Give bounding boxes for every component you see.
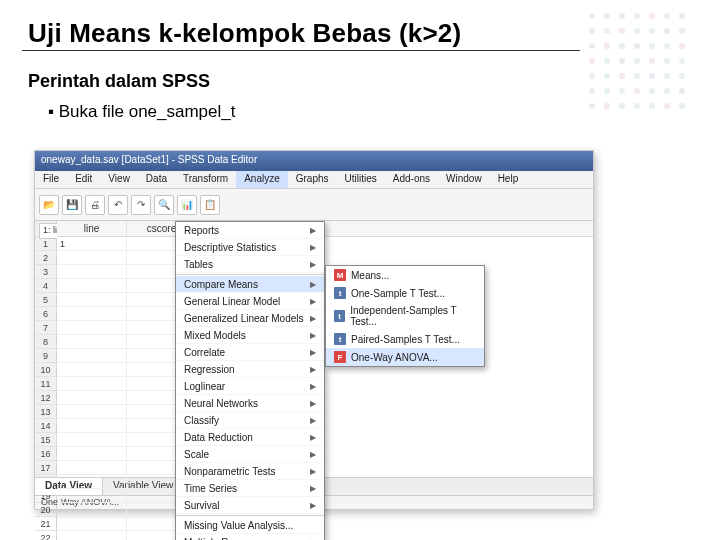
svg-point-37: [619, 88, 625, 94]
menu-add-ons[interactable]: Add-ons: [385, 171, 438, 188]
submenu-item-means-[interactable]: MMeans...: [326, 266, 484, 284]
row-number[interactable]: 15: [35, 433, 57, 447]
menu-view[interactable]: View: [100, 171, 138, 188]
cell[interactable]: [57, 419, 127, 433]
svg-point-44: [619, 103, 625, 109]
cell[interactable]: [57, 363, 127, 377]
menu-analyze[interactable]: Analyze: [236, 171, 288, 188]
analyze-item-reports[interactable]: Reports▶: [176, 222, 324, 239]
menu-file[interactable]: File: [35, 171, 67, 188]
row-number[interactable]: 13: [35, 405, 57, 419]
row-number[interactable]: 22: [35, 531, 57, 540]
toolbar-find-icon[interactable]: 🔍: [154, 195, 174, 215]
column-header-line[interactable]: line: [57, 221, 127, 236]
toolbar-print-icon[interactable]: 🖨: [85, 195, 105, 215]
row-number[interactable]: 7: [35, 321, 57, 335]
menu-window[interactable]: Window: [438, 171, 490, 188]
cell[interactable]: [57, 391, 127, 405]
analyze-item-classify[interactable]: Classify▶: [176, 412, 324, 429]
row-number[interactable]: 8: [35, 335, 57, 349]
analyze-item-neural-networks[interactable]: Neural Networks▶: [176, 395, 324, 412]
analyze-item-general-linear-model[interactable]: General Linear Model▶: [176, 293, 324, 310]
row-number[interactable]: 2: [35, 251, 57, 265]
cell[interactable]: [57, 433, 127, 447]
cell[interactable]: [57, 321, 127, 335]
cell[interactable]: [57, 279, 127, 293]
row-number[interactable]: 9: [35, 349, 57, 363]
svg-point-17: [634, 43, 640, 49]
svg-point-7: [589, 28, 595, 34]
submenu-arrow-icon: ▶: [310, 226, 316, 235]
toolbar-undo-icon[interactable]: ↶: [108, 195, 128, 215]
analyze-item-time-series[interactable]: Time Series▶: [176, 480, 324, 497]
row-number[interactable]: 5: [35, 293, 57, 307]
compare-means-submenu: MMeans...tOne-Sample T Test...tIndepende…: [325, 265, 485, 367]
menu-transform[interactable]: Transform: [175, 171, 236, 188]
row-number[interactable]: 3: [35, 265, 57, 279]
submenu-item-independent-samples-t-test-[interactable]: tIndependent-Samples T Test...: [326, 302, 484, 330]
svg-point-45: [634, 103, 640, 109]
analyze-item-nonparametric-tests[interactable]: Nonparametric Tests▶: [176, 463, 324, 480]
cell[interactable]: [57, 293, 127, 307]
analyze-item-loglinear[interactable]: Loglinear▶: [176, 378, 324, 395]
cell[interactable]: [57, 503, 127, 517]
cell[interactable]: [57, 251, 127, 265]
menu-utilities[interactable]: Utilities: [337, 171, 385, 188]
toolbar-open-icon[interactable]: 📂: [39, 195, 59, 215]
cell[interactable]: [57, 349, 127, 363]
analyze-item-scale[interactable]: Scale▶: [176, 446, 324, 463]
analyze-item-multiple-response[interactable]: Multiple Response▶: [176, 534, 324, 540]
toolbar-redo-icon[interactable]: ↷: [131, 195, 151, 215]
row-number[interactable]: 12: [35, 391, 57, 405]
analyze-item-mixed-models[interactable]: Mixed Models▶: [176, 327, 324, 344]
submenu-arrow-icon: ▶: [310, 314, 316, 323]
data-grid[interactable]: linecscore 1 Reports▶Descriptive Statist…: [57, 221, 593, 477]
row-number[interactable]: 10: [35, 363, 57, 377]
analyze-item-survival[interactable]: Survival▶: [176, 497, 324, 514]
submenu-arrow-icon: ▶: [310, 484, 316, 493]
analyze-item-missing-value-analysis-[interactable]: Missing Value Analysis...: [176, 517, 324, 534]
cell[interactable]: [57, 461, 127, 475]
cell[interactable]: [57, 335, 127, 349]
row-number[interactable]: 16: [35, 447, 57, 461]
menu-edit[interactable]: Edit: [67, 171, 100, 188]
submenu-arrow-icon: ▶: [310, 382, 316, 391]
row-number[interactable]: 21: [35, 517, 57, 531]
cell[interactable]: [57, 517, 127, 531]
table-row: [57, 517, 593, 531]
row-number[interactable]: 1: [35, 237, 57, 251]
cell[interactable]: [57, 307, 127, 321]
menu-help[interactable]: Help: [490, 171, 527, 188]
table-row: [57, 489, 593, 503]
analyze-item-data-reduction[interactable]: Data Reduction▶: [176, 429, 324, 446]
analyze-item-descriptive-statistics[interactable]: Descriptive Statistics▶: [176, 239, 324, 256]
submenu-item-one-way-anova-[interactable]: FOne-Way ANOVA...: [326, 348, 484, 366]
toolbar-chart-icon[interactable]: 📊: [177, 195, 197, 215]
menu-graphs[interactable]: Graphs: [288, 171, 337, 188]
submenu-item-one-sample-t-test-[interactable]: tOne-Sample T Test...: [326, 284, 484, 302]
cell[interactable]: [57, 475, 127, 489]
submenu-item-paired-samples-t-test-[interactable]: tPaired-Samples T Test...: [326, 330, 484, 348]
cell[interactable]: [57, 531, 127, 540]
menu-data[interactable]: Data: [138, 171, 175, 188]
cell[interactable]: [57, 447, 127, 461]
row-number[interactable]: 6: [35, 307, 57, 321]
row-number[interactable]: 11: [35, 377, 57, 391]
row-number[interactable]: 14: [35, 419, 57, 433]
svg-point-25: [649, 58, 655, 64]
cell[interactable]: [57, 265, 127, 279]
analyze-item-regression[interactable]: Regression▶: [176, 361, 324, 378]
cell[interactable]: [57, 377, 127, 391]
row-number[interactable]: 17: [35, 461, 57, 475]
analyze-item-tables[interactable]: Tables▶: [176, 256, 324, 273]
submenu-arrow-icon: ▶: [310, 433, 316, 442]
row-number[interactable]: 4: [35, 279, 57, 293]
toolbar-save-icon[interactable]: 💾: [62, 195, 82, 215]
analyze-item-compare-means[interactable]: Compare Means▶: [176, 276, 324, 293]
cell[interactable]: [57, 405, 127, 419]
toolbar-vars-icon[interactable]: 📋: [200, 195, 220, 215]
analyze-item-correlate[interactable]: Correlate▶: [176, 344, 324, 361]
analyze-item-generalized-linear-models[interactable]: Generalized Linear Models▶: [176, 310, 324, 327]
cell[interactable]: [57, 489, 127, 503]
cell[interactable]: 1: [57, 237, 127, 251]
